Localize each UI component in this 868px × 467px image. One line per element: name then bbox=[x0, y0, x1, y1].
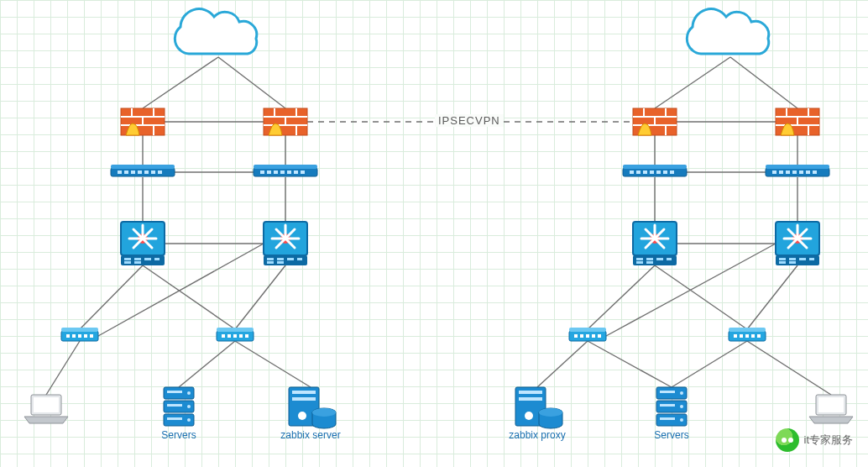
topology-link bbox=[143, 265, 235, 329]
switch-icon bbox=[623, 165, 687, 176]
switch-icon bbox=[254, 165, 317, 176]
dbserver-icon bbox=[289, 387, 336, 428]
core-icon bbox=[264, 222, 307, 265]
access-icon bbox=[217, 328, 254, 341]
watermark: it专家服务 bbox=[776, 428, 854, 452]
laptop-icon bbox=[809, 395, 853, 423]
switch-icon bbox=[766, 165, 829, 176]
firewall-icon bbox=[264, 108, 307, 135]
topology-link bbox=[46, 341, 80, 395]
topology-link bbox=[143, 57, 218, 108]
topology-link bbox=[730, 57, 797, 108]
firewall-icon bbox=[633, 108, 677, 135]
topology-link bbox=[747, 341, 831, 395]
topology-link bbox=[179, 341, 235, 387]
topology-link bbox=[537, 341, 588, 387]
core-icon bbox=[776, 222, 819, 265]
core-icon bbox=[121, 222, 165, 265]
server-icon bbox=[164, 387, 194, 426]
switch-icon bbox=[111, 165, 175, 176]
laptop-icon bbox=[24, 395, 68, 423]
node-label: Servers bbox=[128, 429, 229, 441]
cloud-icon bbox=[687, 9, 768, 54]
topology-link bbox=[235, 265, 285, 329]
topology-link bbox=[80, 265, 143, 329]
topology-link bbox=[606, 244, 776, 336]
topology-link bbox=[218, 57, 285, 108]
topology-link bbox=[747, 265, 797, 329]
access-icon bbox=[569, 328, 606, 341]
topology-link bbox=[235, 341, 311, 387]
topology-canvas bbox=[0, 0, 868, 467]
topology-link bbox=[588, 265, 655, 329]
node-label: Servers bbox=[621, 429, 722, 441]
dbserver-icon bbox=[515, 387, 562, 428]
watermark-text: it专家服务 bbox=[804, 433, 854, 448]
topology-link bbox=[655, 265, 747, 329]
access-icon bbox=[729, 328, 766, 341]
node-label: zabbix server bbox=[260, 429, 361, 441]
topology-link bbox=[672, 341, 747, 387]
core-icon bbox=[633, 222, 677, 265]
firewall-icon bbox=[121, 108, 165, 135]
node-label: zabbix proxy bbox=[487, 429, 588, 441]
topology-link bbox=[588, 341, 672, 387]
topology-link bbox=[655, 57, 730, 108]
ipsecvpn-link-label: IPSECVPN bbox=[435, 114, 504, 127]
wechat-icon bbox=[776, 428, 799, 452]
server-icon bbox=[656, 387, 687, 426]
firewall-icon bbox=[776, 108, 819, 135]
access-icon bbox=[61, 328, 98, 341]
cloud-icon bbox=[175, 9, 256, 54]
